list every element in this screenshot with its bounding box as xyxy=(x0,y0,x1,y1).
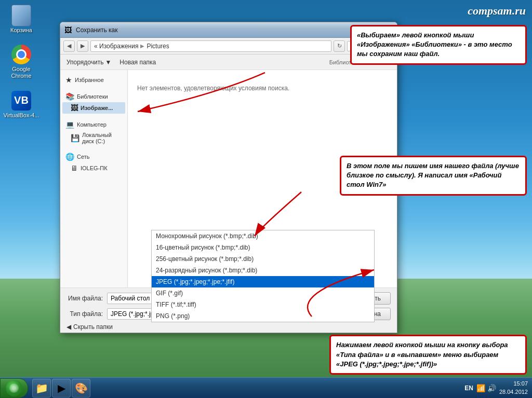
watermark: compsam.ru xyxy=(468,4,526,18)
taskbar-program-icons: 📁 ▶ 🎨 xyxy=(30,379,92,397)
recycle-bin-icon[interactable]: Корзина xyxy=(3,5,40,34)
disk-label: Локальный диск (C:) xyxy=(82,132,122,144)
hide-folders-arrow-icon: ◀ xyxy=(66,323,71,331)
dialog-toolbar: Упорядочить ▼ Новая папка Библиоте... Ра… xyxy=(60,54,397,70)
virtualbox-image: VB xyxy=(11,90,32,111)
taskbar: 📁 ▶ 🎨 EN 📶 🔊 15:07 28.04.2012 xyxy=(0,377,532,398)
network-tray-icon: 📶 xyxy=(476,384,485,392)
callout-2-text: В этом поле мы пишем имя нашего файла (л… xyxy=(347,162,519,188)
callout-3: Нажимаем левой кнопкой мыши на кнопку вы… xyxy=(329,335,527,375)
clock-date: 28.04.2012 xyxy=(499,388,528,396)
no-results-text: Нет элементов, удовлетворяющих условиям … xyxy=(132,85,393,92)
system-clock[interactable]: 15:07 28.04.2012 xyxy=(499,380,528,396)
dropdown-item-jpeg[interactable]: JPEG (*.jpg;*.jpeg;*.jpe;*.jfif) xyxy=(152,276,374,287)
sidebar-item-computer[interactable]: 💻 Компьютер xyxy=(62,119,125,130)
desktop-icons: Корзина GoogleChrome VB VirtualBox-4... xyxy=(3,5,40,119)
callout-1: «Выбираем» левой кнопкой мыши «Изображен… xyxy=(350,25,527,65)
address-bar: ◀ ▶ « Изображения ▶ Pictures ↻ Поиск: Pi… xyxy=(60,38,397,54)
back-button[interactable]: ◀ xyxy=(63,40,75,52)
organize-button[interactable]: Упорядочить ▼ xyxy=(64,58,113,67)
google-chrome-icon[interactable]: GoogleChrome xyxy=(3,44,40,79)
callout-3-text: Нажимаем левой кнопкой мыши на кнопку вы… xyxy=(336,341,508,367)
recycle-bin-image xyxy=(11,5,32,26)
address-path[interactable]: « Изображения ▶ Pictures xyxy=(90,40,331,52)
volume-tray-icon: 🔊 xyxy=(487,384,496,392)
virtualbox-icon[interactable]: VB VirtualBox-4... xyxy=(3,90,40,119)
taskbar-explorer-icon[interactable]: 📁 xyxy=(32,379,51,397)
computer-label: Компьютер xyxy=(77,121,107,128)
organize-label: Упорядочить xyxy=(66,59,103,66)
computer-icon: 💻 xyxy=(65,120,74,129)
images-icon: 🖼 xyxy=(71,104,78,112)
callout-2: В этом поле мы пишем имя нашего файла (л… xyxy=(340,156,527,196)
dialog-bottom: Имя файла: Сохранить Тип файла: JPEG (*.… xyxy=(60,287,397,332)
taskbar-paint-icon[interactable]: 🎨 xyxy=(72,379,90,397)
sidebar-item-local-disk[interactable]: 💾 Локальный диск (C:) xyxy=(62,130,125,146)
dropdown-item-16color[interactable]: 16-цветный рисунок (*.bmp;*.dib) xyxy=(152,242,374,253)
forward-button[interactable]: ▶ xyxy=(77,40,88,52)
filename-label: Имя файла: xyxy=(66,295,103,302)
start-orb-inner xyxy=(9,383,19,393)
sidebar-network-section: 🌐 Сеть 🖥 IOLEG-ПК xyxy=(62,151,125,174)
refresh-button[interactable]: ↻ xyxy=(334,40,345,52)
network-icon: 🌐 xyxy=(65,153,74,161)
hide-folders-button[interactable]: ◀ Скрыть папки xyxy=(66,323,391,331)
taskbar-media-icon[interactable]: ▶ xyxy=(52,379,71,397)
filetype-label: Тип файла: xyxy=(66,310,103,318)
dialog-app-icon: 🖼 xyxy=(64,26,73,34)
dialog-sidebar: ★ Избранное 📚 Библиотеки 🖼 Изображе... xyxy=(60,70,128,287)
sidebar-item-images[interactable]: 🖼 Изображе... xyxy=(62,102,125,114)
ioleg-icon: 🖥 xyxy=(71,164,78,172)
clock-time: 15:07 xyxy=(499,380,528,388)
start-orb xyxy=(6,380,22,396)
new-folder-button[interactable]: Новая папка xyxy=(117,58,158,67)
ioleg-label: IOLEG-ПК xyxy=(81,165,108,171)
dropdown-item-256color[interactable]: 256-цветный рисунок (*.bmp;*.dib) xyxy=(152,253,374,265)
images-label: Изображе... xyxy=(81,105,113,111)
start-button[interactable] xyxy=(0,378,28,398)
sidebar-computer-section: 💻 Компьютер 💾 Локальный диск (C:) xyxy=(62,119,125,146)
dropdown-item-tiff[interactable]: TIFF (*.tif;*.tiff) xyxy=(152,299,374,310)
sidebar-item-ioleg[interactable]: 🖥 IOLEG-ПК xyxy=(62,162,125,174)
libraries-label: Библиотеки xyxy=(77,93,108,100)
taskbar-right: EN 📶 🔊 15:07 28.04.2012 xyxy=(464,380,532,396)
sidebar-favorites-section: ★ Избранное xyxy=(62,74,125,86)
chrome-label: GoogleChrome xyxy=(11,66,31,79)
disk-icon: 💾 xyxy=(71,134,79,142)
sidebar-item-network[interactable]: 🌐 Сеть xyxy=(62,151,125,162)
callout-1-text: «Выбираем» левой кнопкой мыши «Изображен… xyxy=(357,31,512,58)
hide-folders-label: Скрыть папки xyxy=(73,323,113,331)
sidebar-item-libraries[interactable]: 📚 Библиотеки xyxy=(62,91,125,102)
recycle-bin-label: Корзина xyxy=(10,27,32,34)
system-tray: 📶 🔊 xyxy=(476,384,496,392)
language-indicator[interactable]: EN xyxy=(464,385,473,392)
filetype-dropdown-list: Монохромный рисунок (*.bmp;*.dib) 16-цве… xyxy=(151,230,375,322)
dropdown-item-mono[interactable]: Монохромный рисунок (*.bmp;*.dib) xyxy=(152,230,374,242)
dropdown-item-24bit[interactable]: 24-разрядный рисунок (*.bmp;*.dib) xyxy=(152,265,374,276)
dropdown-item-png[interactable]: PNG (*.png) xyxy=(152,310,374,322)
new-folder-label: Новая папка xyxy=(119,59,156,66)
virtualbox-label: VirtualBox-4... xyxy=(4,112,39,119)
dialog-title: Сохранить как xyxy=(76,26,356,34)
path-images[interactable]: « Изображения xyxy=(94,43,138,50)
chrome-image xyxy=(11,44,32,65)
desktop: compsam.ru Корзина GoogleChrome VB Virtu… xyxy=(0,0,532,398)
sidebar-item-favorites[interactable]: ★ Избранное xyxy=(62,74,125,86)
dropdown-item-gif[interactable]: GIF (*.gif) xyxy=(152,287,374,299)
favorites-label: Избранное xyxy=(75,77,104,83)
organize-arrow-icon: ▼ xyxy=(105,59,111,66)
sidebar-libraries-section: 📚 Библиотеки 🖼 Изображе... xyxy=(62,91,125,114)
libraries-icon: 📚 xyxy=(65,92,74,101)
network-label: Сеть xyxy=(77,154,89,160)
path-pictures[interactable]: Pictures xyxy=(147,43,169,50)
path-sep1: ▶ xyxy=(140,43,144,49)
favorites-icon: ★ xyxy=(65,76,72,84)
dialog-titlebar: 🖼 Сохранить как ─ □ ✕ xyxy=(60,22,397,38)
